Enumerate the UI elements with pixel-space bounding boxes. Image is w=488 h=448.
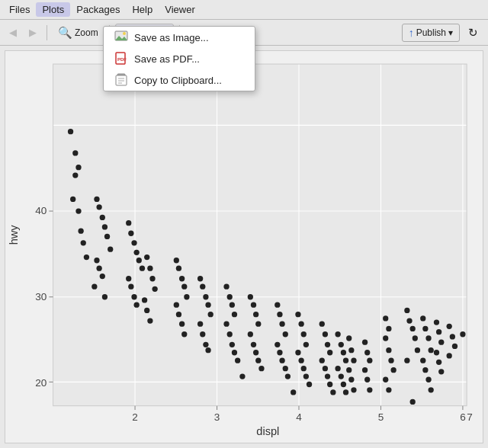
svg-point-66 [176, 312, 181, 317]
svg-text:5: 5 [378, 411, 384, 423]
menu-plots[interactable]: Plots [36, 2, 70, 17]
save-pdf-item[interactable]: PDF Save as PDF... [104, 48, 255, 69]
svg-point-79 [227, 294, 233, 299]
save-pdf-label: Save as PDF... [134, 53, 200, 65]
svg-point-52 [133, 302, 139, 308]
svg-point-171 [434, 350, 439, 355]
svg-point-70 [200, 284, 205, 290]
svg-point-134 [348, 347, 354, 353]
svg-point-54 [147, 266, 152, 271]
svg-point-126 [339, 342, 344, 347]
svg-point-106 [295, 312, 300, 317]
svg-point-108 [301, 331, 307, 337]
svg-point-30 [81, 240, 86, 245]
save-pdf-icon: PDF [114, 52, 128, 66]
svg-point-116 [319, 322, 325, 327]
svg-point-174 [447, 324, 452, 329]
svg-text:7: 7 [467, 411, 473, 423]
svg-rect-11 [53, 64, 467, 406]
svg-point-85 [232, 350, 237, 355]
svg-point-49 [126, 276, 131, 281]
svg-text:3: 3 [214, 411, 220, 423]
svg-text:6: 6 [460, 411, 466, 423]
svg-point-111 [298, 358, 303, 363]
svg-point-122 [325, 373, 330, 379]
svg-point-170 [438, 340, 444, 345]
svg-point-73 [208, 312, 214, 317]
svg-point-67 [179, 322, 185, 327]
svg-point-83 [227, 331, 233, 337]
svg-point-44 [128, 231, 133, 236]
back-button[interactable]: ◀ [5, 24, 21, 41]
svg-point-123 [327, 382, 332, 387]
svg-point-152 [386, 387, 391, 392]
svg-point-90 [255, 322, 261, 327]
svg-point-165 [425, 377, 431, 382]
svg-point-118 [325, 342, 330, 347]
forward-button[interactable]: ▶ [24, 24, 41, 41]
save-image-item[interactable]: Save as Image... [104, 27, 255, 48]
svg-point-69 [197, 276, 203, 281]
refresh-button[interactable]: ↻ [463, 24, 483, 42]
svg-point-154 [406, 318, 412, 323]
svg-point-120 [319, 358, 325, 363]
save-image-icon [114, 30, 128, 44]
menubar: Files Plots Packages Help Viewer [0, 0, 488, 20]
svg-point-60 [174, 258, 179, 263]
svg-point-141 [367, 358, 372, 363]
svg-point-155 [410, 326, 416, 331]
copy-clipboard-item[interactable]: Copy to Clipboard... [104, 69, 255, 91]
menu-viewer[interactable]: Viewer [159, 2, 201, 17]
svg-point-156 [413, 335, 418, 341]
save-image-label: Save as Image... [134, 32, 209, 43]
svg-point-32 [94, 197, 99, 202]
svg-point-173 [438, 369, 444, 374]
svg-point-68 [181, 331, 187, 337]
svg-point-75 [200, 331, 205, 337]
svg-point-91 [248, 331, 253, 337]
svg-point-124 [330, 389, 336, 395]
zoom-button[interactable]: 🔍 Zoom [53, 24, 104, 42]
svg-point-157 [415, 347, 420, 353]
menu-files[interactable]: Files [3, 2, 36, 17]
svg-point-25 [75, 165, 81, 170]
svg-point-164 [422, 367, 428, 373]
svg-point-142 [362, 367, 368, 373]
svg-point-94 [255, 358, 261, 363]
svg-point-104 [283, 366, 288, 371]
svg-point-80 [230, 302, 235, 308]
separator-1 [47, 25, 47, 40]
svg-point-72 [205, 302, 210, 308]
svg-point-135 [351, 358, 356, 363]
svg-point-63 [181, 284, 187, 290]
copy-clipboard-label: Copy to Clipboard... [134, 75, 222, 86]
svg-point-138 [351, 387, 356, 392]
y-axis-label: hwy [8, 225, 20, 245]
menu-help[interactable]: Help [126, 2, 159, 17]
svg-point-36 [104, 234, 110, 239]
svg-point-163 [420, 358, 425, 363]
svg-point-162 [429, 347, 434, 353]
svg-point-55 [149, 276, 155, 281]
svg-point-97 [274, 302, 280, 308]
svg-point-81 [232, 312, 237, 317]
svg-point-95 [258, 366, 264, 371]
svg-point-61 [176, 266, 181, 271]
svg-point-57 [142, 297, 147, 302]
menu-packages[interactable]: Packages [70, 2, 126, 17]
svg-point-33 [96, 204, 101, 210]
svg-point-136 [346, 367, 352, 373]
svg-point-169 [436, 329, 441, 334]
publish-button[interactable]: ↑ Publish ▾ [402, 24, 460, 42]
svg-point-127 [341, 350, 346, 355]
svg-point-147 [383, 335, 388, 341]
svg-point-65 [174, 302, 179, 308]
toolbar-right: ↑ Publish ▾ ↻ [402, 24, 483, 42]
svg-point-161 [425, 335, 431, 341]
svg-point-93 [253, 350, 258, 355]
svg-point-84 [230, 342, 235, 347]
svg-point-139 [362, 340, 368, 345]
svg-point-53 [144, 254, 149, 260]
svg-text:30: 30 [35, 291, 47, 302]
svg-point-133 [346, 335, 352, 341]
